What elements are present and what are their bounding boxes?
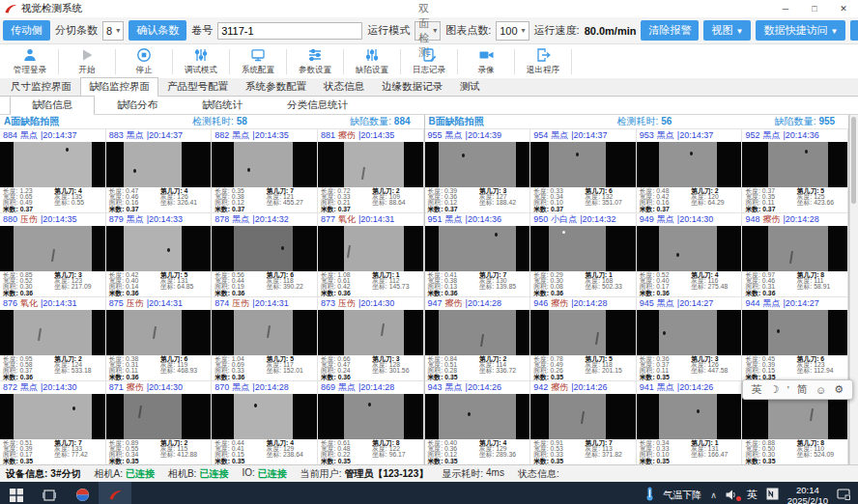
defect-image[interactable] <box>742 310 847 355</box>
defect-image[interactable] <box>0 142 105 187</box>
toolbar-button-play[interactable]: 开始 <box>61 45 113 78</box>
thermometer-icon[interactable] <box>645 487 654 503</box>
toolbar-button-stop[interactable]: 停止 <box>118 45 170 78</box>
defect-image[interactable] <box>106 226 212 271</box>
clear-alarm-button[interactable]: 清除报警 <box>641 20 699 41</box>
defect-cell[interactable]: 873压伤|20:14:30长度: 0.66宽度: 0.47面积: 0.24米数… <box>318 297 424 381</box>
defect-cell[interactable]: 883黑点|20:14:37长度: 0.47宽度: 0.46面积: 0.16米数… <box>106 129 213 213</box>
ime-smiley-icon[interactable]: ☺ <box>815 384 826 396</box>
toolbar-button-user[interactable]: 管理登录 <box>4 45 56 78</box>
tab-缺陷监控界面[interactable]: 缺陷监控界面 <box>80 77 158 97</box>
defect-cell[interactable]: 875压伤|20:14:31长度: 0.38宽度: 0.31面积: 0.11米数… <box>106 297 213 381</box>
scrollbar-thumb[interactable] <box>851 117 856 204</box>
data-quick-access-button[interactable]: 数据快捷访问▼ <box>756 20 845 41</box>
defect-image[interactable] <box>106 142 212 187</box>
defect-cell[interactable]: 872黑点|20:14:30长度: 0.51宽度: 0.39面积: 0.17米数… <box>0 381 106 464</box>
defect-cell[interactable]: 944黑点|20:14:27长度: 0.45宽度: 0.39面积: 0.15米数… <box>742 297 848 381</box>
defect-cell[interactable]: 942擦伤|20:14:26长度: 0.91宽度: 0.53面积: 0.33米数… <box>530 381 637 464</box>
defect-image[interactable] <box>742 142 847 187</box>
chart-points-select[interactable]: 100▾ <box>496 21 529 41</box>
ime-apostrophe[interactable]: ’ <box>786 384 788 396</box>
notification-icon[interactable] <box>837 489 850 502</box>
defect-cell[interactable]: 881擦伤|20:14:35长度: 0.72宽度: 0.33面积: 0.21米数… <box>318 129 424 213</box>
toolbar-button-params[interactable]: 参数设置 <box>289 45 341 78</box>
defect-image[interactable] <box>637 142 742 187</box>
defect-image[interactable] <box>318 142 423 187</box>
task-view-button[interactable] <box>33 482 66 504</box>
toolbar-button-debug[interactable]: 调试模式 <box>175 45 227 78</box>
defect-cell[interactable]: 946擦伤|20:14:28长度: 0.78宽度: 0.49面积: 0.26米数… <box>530 297 637 381</box>
defect-image[interactable] <box>0 394 105 439</box>
defect-image[interactable] <box>212 142 317 187</box>
clock[interactable]: 20:14 2025/2/10 <box>787 485 828 504</box>
defect-image[interactable] <box>212 226 317 271</box>
language-indicator[interactable]: 英 <box>747 488 758 502</box>
defect-image[interactable] <box>425 142 530 187</box>
tray-chevron-icon[interactable]: ∧ <box>710 490 717 500</box>
defect-cell[interactable]: 871擦伤|20:14:30长度: 0.89宽度: 0.55面积: 0.34米数… <box>106 381 213 464</box>
defect-cell[interactable]: 876氧化|20:14:31长度: 0.95宽度: 0.58面积: 0.37米数… <box>0 297 106 381</box>
defect-cell[interactable]: 955黑点|20:14:39长度: 0.39宽度: 0.36面积: 0.12米数… <box>425 129 531 213</box>
defect-cell[interactable]: 878黑点|20:14:32长度: 0.56宽度: 0.44面积: 0.19米数… <box>212 213 318 297</box>
defect-image[interactable] <box>0 226 105 271</box>
defect-image[interactable] <box>742 394 847 439</box>
ime-lang-en[interactable]: 英 <box>752 382 762 397</box>
defect-image[interactable] <box>530 310 636 355</box>
toolbar-button-exit[interactable]: 退出程序 <box>517 45 569 78</box>
defect-cell[interactable]: 954黑点|20:14:37长度: 0.33宽度: 0.34面积: 0.10米数… <box>530 129 637 213</box>
defect-cell[interactable]: 882黑点|20:14:35长度: 0.35宽度: 0.38面积: 0.12米数… <box>212 129 318 213</box>
cut-count-select[interactable]: 8▾ <box>102 21 124 41</box>
defect-cell[interactable]: 951黑点|20:14:36长度: 0.41宽度: 0.38面积: 0.13米数… <box>425 213 531 297</box>
drive-side-button[interactable]: 传动侧 <box>3 20 50 41</box>
defect-image[interactable] <box>106 394 212 439</box>
defect-image[interactable] <box>637 226 742 271</box>
vertical-scrollbar[interactable] <box>849 115 858 464</box>
defect-cell[interactable]: 945黑点|20:14:27长度: 0.36宽度: 0.37面积: 0.11米数… <box>637 297 743 381</box>
defect-image[interactable] <box>106 310 212 355</box>
defect-cell[interactable]: 943黑点|20:14:26长度: 0.40宽度: 0.36面积: 0.12米数… <box>425 381 531 464</box>
close-button[interactable]: ✕ <box>829 0 858 17</box>
defect-image[interactable] <box>425 394 530 439</box>
defect-image[interactable] <box>637 310 742 355</box>
run-mode-select[interactable]: 双面检测▾ <box>415 21 441 41</box>
defect-image[interactable] <box>530 394 636 439</box>
tab-产品型号配置[interactable]: 产品型号配置 <box>158 77 237 96</box>
subtab-缺陷信息[interactable]: 缺陷信息 <box>10 96 95 115</box>
defect-image[interactable] <box>530 142 636 187</box>
tab-尺寸监控界面[interactable]: 尺寸监控界面 <box>2 77 80 96</box>
weather-text[interactable]: 气温下降 <box>663 489 701 502</box>
maximize-button[interactable]: □ <box>800 0 829 17</box>
defect-cell[interactable]: 941黑点|20:14:26长度: 0.34宽度: 0.33面积: 0.10米数… <box>637 381 743 464</box>
defect-cell[interactable]: 953黑点|20:14:37长度: 0.48宽度: 0.42面积: 0.16米数… <box>637 129 743 213</box>
defect-cell[interactable]: 884黑点|20:14:37长度: 1.23宽度: 0.65面积: 0.49米数… <box>0 129 106 213</box>
volume-icon[interactable] <box>726 490 738 500</box>
subtab-缺陷分布[interactable]: 缺陷分布 <box>95 96 180 114</box>
toolbar-button-defect[interactable]: 缺陷设置 <box>346 45 398 78</box>
tab-测试[interactable]: 测试 <box>451 77 489 96</box>
defect-image[interactable] <box>318 394 423 439</box>
defect-image[interactable] <box>318 310 423 355</box>
defect-cell[interactable]: 877氧化|20:14:31长度: 1.08宽度: 0.61面积: 0.42米数… <box>318 213 424 297</box>
defect-cell[interactable]: 949黑点|20:14:30长度: 0.52宽度: 0.40面积: 0.17米数… <box>637 213 743 297</box>
subtab-分类信息统计[interactable]: 分类信息统计 <box>265 96 370 114</box>
start-button[interactable] <box>0 482 33 504</box>
view-menu-button[interactable]: 视图▼ <box>703 20 751 41</box>
toolbar-button-camera[interactable]: 录像 <box>460 45 512 78</box>
defect-cell[interactable]: 870黑点|20:14:28长度: 0.44宽度: 0.41面积: 0.15米数… <box>212 381 318 464</box>
defect-cell[interactable]: 879黑点|20:14:33长度: 0.42宽度: 0.40面积: 0.14米数… <box>106 213 213 297</box>
ime-simplified[interactable]: 简 <box>797 382 808 397</box>
defect-image[interactable] <box>637 394 742 439</box>
tab-边缘数据记录[interactable]: 边缘数据记录 <box>373 77 451 96</box>
minimize-button[interactable]: ─ <box>771 0 800 17</box>
defect-cell[interactable]: 874压伤|20:14:31长度: 1.04宽度: 0.69面积: 0.33米数… <box>212 297 318 381</box>
toolbar-button-log[interactable]: 日志记录 <box>403 45 455 78</box>
defect-image[interactable] <box>742 226 847 271</box>
defect-image[interactable] <box>530 226 636 271</box>
defect-image[interactable] <box>425 226 530 271</box>
ime-settings-icon[interactable]: ⚙ <box>834 383 844 396</box>
tab-状态信息[interactable]: 状态信息 <box>315 77 373 96</box>
defect-image[interactable] <box>212 394 317 439</box>
inspection-app-icon[interactable] <box>99 482 131 504</box>
defect-image[interactable] <box>425 310 530 355</box>
defect-cell[interactable]: 950小白点|20:14:32长度: 0.29宽度: 0.30面积: 0.08米… <box>530 213 637 297</box>
